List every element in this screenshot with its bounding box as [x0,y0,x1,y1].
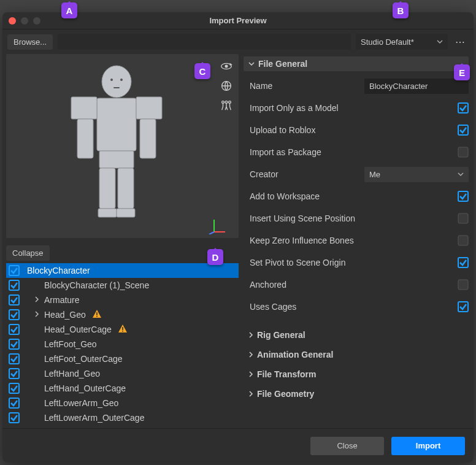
prop-upload-check[interactable] [458,125,469,136]
svg-rect-36 [9,398,19,408]
tree-label: LeftHand_Geo [44,369,100,379]
tree-row[interactable]: BlockyCharacter [6,263,239,278]
svg-rect-45 [458,280,468,290]
tree-row[interactable]: Armature [6,293,239,307]
svg-rect-35 [9,383,19,393]
svg-rect-37 [9,413,19,423]
chevron-right-icon [248,391,253,397]
tree-check[interactable] [9,324,20,335]
tree-check[interactable] [9,309,20,320]
toolbar: Browse... Studio Default* ⋯ [2,29,474,54]
svg-point-15 [225,65,228,67]
chevron-right-icon[interactable] [33,311,40,318]
section-rig-general[interactable]: Rig General [244,325,469,345]
browse-button[interactable]: Browse... [7,34,53,50]
svg-point-0 [102,66,131,98]
tree-row[interactable]: LeftLowerArm_OuterCage [6,410,239,425]
tree-label: LeftLowerArm_OuterCage [44,413,144,423]
tree-label: Armature [44,295,80,305]
globe-icon[interactable] [219,79,234,93]
tree-check[interactable] [9,280,20,291]
tree-label: Head_Geo [44,310,86,320]
tree-check[interactable] [9,265,20,276]
svg-rect-32 [9,339,19,349]
prop-upload-label: Upload to Roblox [250,125,453,135]
prop-keep-zero-check[interactable] [458,235,469,246]
svg-rect-29 [9,325,19,334]
prop-insert-scene-check[interactable] [458,213,469,224]
more-button[interactable]: ⋯ [453,34,469,50]
svg-rect-44 [458,258,468,267]
section-file-transform[interactable]: File Transform [244,364,469,384]
prop-creator-select[interactable]: Me [364,167,469,182]
tree-label: BlockyCharacter [27,266,90,275]
chevron-down-icon [458,171,464,177]
tree-row[interactable]: LeftHand_Geo [6,366,239,381]
svg-rect-42 [458,213,468,223]
preset-label: Studio Default* [361,37,414,47]
callout-a: A [61,2,77,18]
file-path-field[interactable] [58,34,351,50]
prop-set-pivot-label: Set Pivot to Scene Origin [250,258,453,267]
section-file-general[interactable]: File General [244,56,469,71]
svg-rect-31 [122,331,123,332]
svg-point-19 [229,101,231,104]
preview-viewport[interactable] [6,54,239,238]
close-button[interactable]: Close [310,437,384,455]
tree-label: Head_OuterCage [44,325,112,334]
svg-line-22 [209,232,214,234]
section-label: File Geometry [257,389,314,399]
section-label: Rig General [257,330,305,340]
prop-set-pivot-check[interactable] [458,257,469,268]
tree-check[interactable] [9,294,20,306]
svg-point-11 [110,79,113,81]
tree-row[interactable]: LeftHand_OuterCage [6,381,239,396]
svg-rect-39 [458,125,468,135]
svg-rect-27 [96,312,98,315]
svg-rect-6 [99,151,134,168]
tree-row[interactable]: BlockyCharacter (1)_Scene [6,278,239,293]
prop-as-package-check[interactable] [458,147,469,158]
svg-rect-8 [118,168,134,209]
section-animation-general[interactable]: Animation General [244,345,469,364]
prop-addws-check[interactable] [458,191,469,202]
import-button[interactable]: Import [391,437,465,455]
prop-as-package-label: Import as Package [250,147,453,157]
warning-icon [92,309,102,321]
svg-rect-10 [117,209,135,217]
collapse-button[interactable]: Collapse [6,245,50,261]
svg-rect-23 [9,266,19,275]
tree-row[interactable]: Head_Geo [6,307,239,322]
creator-value: Me [369,170,380,179]
hierarchy-tree[interactable]: BlockyCharacterBlockyCharacter (1)_Scene… [6,263,239,428]
tree-check[interactable] [9,368,20,379]
section-label: Animation General [257,350,333,359]
prop-uses-cages-label: Uses Cages [250,302,453,312]
chevron-down-icon [437,39,443,45]
tree-check[interactable] [9,353,20,364]
callout-c: C [194,63,210,79]
section-file-geometry[interactable]: File Geometry [244,384,469,404]
chevron-down-icon [248,61,255,67]
prop-uses-cages-check[interactable] [458,301,469,312]
svg-point-12 [120,79,123,81]
callout-b: B [393,2,409,18]
tree-check[interactable] [9,398,20,409]
character-preview [49,60,184,232]
rig-icon[interactable] [219,98,234,113]
tree-check[interactable] [9,412,20,423]
preset-dropdown[interactable]: Studio Default* [356,34,448,50]
tree-row[interactable]: Head_OuterCage [6,322,239,337]
prop-import-only-check[interactable] [458,102,469,113]
tree-row[interactable]: LeftFoot_OuterCage [6,352,239,366]
tree-row[interactable]: LeftFoot_Geo [6,337,239,352]
prop-name-input[interactable] [364,79,469,94]
orbit-icon[interactable] [219,59,234,74]
prop-anchored-check[interactable] [458,279,469,290]
prop-anchored-label: Anchored [250,280,453,290]
tree-check[interactable] [9,383,20,394]
chevron-right-icon[interactable] [33,296,40,304]
svg-rect-24 [9,280,19,290]
tree-row[interactable]: LeftLowerArm_Geo [6,396,239,410]
tree-check[interactable] [9,339,20,350]
